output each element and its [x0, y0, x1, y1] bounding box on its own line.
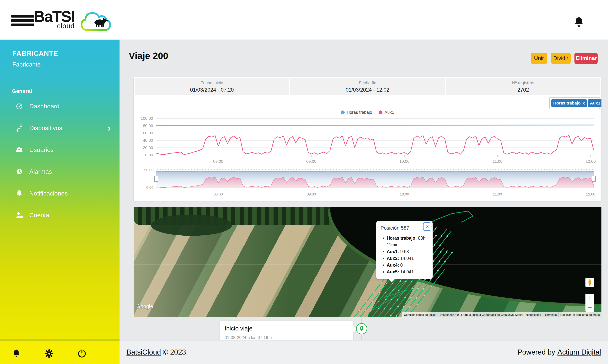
popup-pointer: [388, 278, 396, 282]
actium-digital-link[interactable]: Actium Digital: [557, 348, 601, 356]
series-multiselect[interactable]: Horas trabajox Aux1x: [549, 97, 600, 109]
legend-aux1[interactable]: Aux1: [379, 110, 394, 115]
svg-text:09:00: 09:00: [306, 159, 317, 164]
legend-dot-blue: [341, 110, 345, 114]
bell-icon: [15, 189, 24, 197]
power-icon[interactable]: [76, 349, 88, 359]
footer: BatsiCloud© 2023. Powered byActium Digit…: [119, 340, 608, 364]
bell-icon[interactable]: [11, 349, 22, 359]
notifications-bell-icon[interactable]: [573, 17, 584, 28]
users-group-icon: [15, 146, 24, 154]
chevron-right-icon[interactable]: ›: [108, 124, 111, 132]
google-watermark: Google: [136, 303, 153, 310]
account-person-icon: [15, 211, 24, 219]
attribution-keyboard-link[interactable]: Combinaciones de teclas: [402, 312, 438, 317]
svg-text:90.00: 90.00: [144, 168, 154, 172]
svg-text:08:00: 08:00: [213, 159, 223, 164]
copyright-text: © 2023.: [163, 348, 188, 356]
eliminar-button[interactable]: Eliminar: [574, 53, 598, 64]
svg-text:0.00: 0.00: [145, 153, 153, 157]
svg-text:60.00: 60.00: [143, 131, 153, 135]
svg-text:12:00: 12:00: [586, 192, 595, 196]
trip-start-title: Inicio viaje: [225, 325, 253, 332]
sidebar: FABRICANTE Fabricante General Dashboard …: [0, 39, 119, 364]
legend-dot-pink: [379, 110, 382, 114]
chip-aux1[interactable]: Aux1x: [588, 99, 601, 107]
org-subtitle: Fabricante: [12, 61, 40, 68]
svg-text:11:00: 11:00: [492, 159, 502, 164]
route-devices-icon: [15, 124, 24, 132]
map-zoom-control: + −: [585, 294, 594, 312]
summary-row: Fecha inicio 01/03/2024 - 07:20 Fecha fi…: [135, 78, 600, 95]
dividir-button[interactable]: Dividir: [551, 53, 571, 64]
cloud-bear-logo-icon: [78, 5, 118, 34]
svg-text:20.00: 20.00: [143, 145, 153, 150]
svg-text:08:00: 08:00: [214, 192, 223, 196]
chip-horas-trabajo[interactable]: Horas trabajox: [551, 99, 587, 107]
attribution-terms-link[interactable]: Términos: [543, 312, 558, 317]
sidebar-item-cuenta[interactable]: Cuenta: [0, 208, 119, 222]
unir-button[interactable]: Unir: [531, 53, 547, 64]
svg-text:12:00: 12:00: [586, 159, 596, 164]
org-title: FABRICANTE: [12, 50, 58, 58]
batsicloud-link[interactable]: BatsiCloud: [127, 348, 161, 356]
zoom-in-button[interactable]: +: [585, 294, 594, 303]
street-view-pegman-button[interactable]: [585, 278, 594, 287]
svg-text:0.00: 0.00: [146, 185, 154, 190]
popup-title: Posición 587: [381, 225, 430, 231]
sidebar-item-notificaciones[interactable]: Notificaciones: [0, 186, 119, 200]
attribution-imagery: Imágenes ©2024 Airbus, Institut Cartogrà…: [438, 312, 543, 317]
trip-detail-card: Fecha inicio 01/03/2024 - 07:20 Fecha fi…: [134, 77, 601, 201]
popup-metrics-list: Horas trabajo83h. 11min. Aux19.68 Aux214…: [380, 235, 430, 275]
svg-text:09:00: 09:00: [307, 192, 316, 196]
sidebar-item-usuarios[interactable]: Usuarios: [0, 143, 119, 157]
trip-start-marker[interactable]: [356, 323, 367, 334]
brand-logo: BaTSI cloud: [34, 9, 118, 34]
footer-right: Powered byActium Digital: [517, 348, 601, 356]
clock-icon: [15, 168, 24, 176]
hamburger-menu-icon[interactable]: [11, 15, 34, 26]
main-line-chart[interactable]: 100.0080.0060.0040.0020.000.0008:0009:00…: [136, 115, 598, 167]
close-icon[interactable]: ×: [423, 222, 431, 231]
footer-left: BatsiCloud© 2023.: [127, 348, 188, 356]
sidebar-section-general: General: [12, 88, 32, 94]
attribution-report-link[interactable]: Notificar un problema de Maps: [558, 312, 601, 317]
svg-text:10:00: 10:00: [400, 192, 409, 196]
navigator-handle[interactable]: [155, 176, 158, 182]
sidebar-divider: [0, 80, 119, 80]
dashboard-gauge-icon: [15, 102, 24, 110]
sidebar-item-dispositivos[interactable]: Dispositivos ›: [0, 121, 119, 135]
legend-horas-trabajo[interactable]: Horas trabajo: [341, 110, 372, 115]
zoom-out-button[interactable]: −: [585, 303, 594, 312]
svg-text:40.00: 40.00: [143, 138, 153, 143]
map-attribution-bar: Combinaciones de teclas Imágenes ©2024 A…: [402, 312, 601, 317]
svg-text:80.00: 80.00: [143, 123, 153, 128]
sidebar-item-dashboard[interactable]: Dashboard: [0, 99, 119, 113]
satellite-map[interactable]: Posición 587 Horas trabajo83h. 11min. Au…: [134, 207, 601, 317]
remove-chip-icon[interactable]: x: [582, 101, 585, 105]
trip-start-date: 01-03-2024 a las 07:19 h: [225, 335, 272, 340]
range-navigator-chart[interactable]: 90.000.0008:0009:0010:0011:0012:00: [136, 168, 598, 197]
navigator-handle[interactable]: [592, 176, 595, 182]
powered-by-text: Powered by: [517, 348, 555, 356]
summary-fecha-fin: Fecha fin 01/03/2024 - 12:02: [290, 78, 444, 95]
map-info-popup: Posición 587 Horas trabajo83h. 11min. Au…: [376, 221, 433, 279]
svg-text:100.00: 100.00: [141, 116, 153, 120]
app-header: BaTSI cloud: [0, 0, 608, 39]
svg-text:11:00: 11:00: [493, 192, 502, 196]
gear-icon[interactable]: [43, 349, 55, 359]
chart-legend: Horas trabajo Aux1: [134, 110, 601, 115]
summary-num-registros: Nº registros 2702: [446, 78, 600, 95]
page-title: Viaje 200: [129, 51, 168, 61]
gps-track-overlay: [134, 207, 601, 317]
card-notch: [350, 326, 357, 332]
sidebar-bottom-bar: [0, 339, 119, 364]
trip-start-card: Inicio viaje 01-03-2024 a las 07:19 h: [220, 321, 353, 340]
summary-fecha-inicio: Fecha inicio 01/03/2024 - 07:20: [135, 78, 289, 95]
sidebar-item-alarmas[interactable]: Alarmas: [0, 164, 119, 179]
svg-text:10:00: 10:00: [400, 159, 410, 164]
